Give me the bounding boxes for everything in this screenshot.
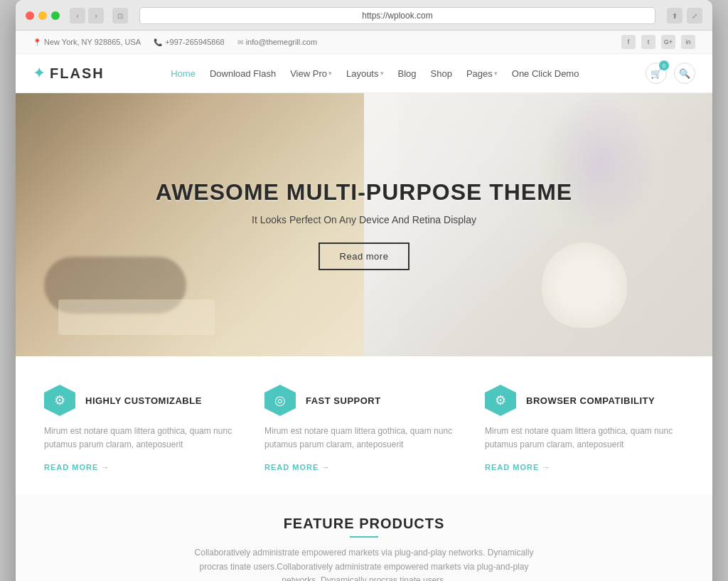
logo-text: FLASH bbox=[50, 65, 105, 82]
products-desc: Collaboratively administrate empowered m… bbox=[186, 546, 542, 581]
products-section: FEATURE PRODUCTS Collaboratively adminis… bbox=[16, 494, 712, 581]
twitter-icon[interactable]: t bbox=[641, 35, 655, 49]
feature-icon-3: ⚙ bbox=[485, 385, 516, 416]
site-logo[interactable]: ✦ FLASH bbox=[33, 64, 105, 82]
hero-content: AWESOME MULTI-PURPOSE THEME It Looks Per… bbox=[141, 165, 587, 284]
feature-item-compatibility: ⚙ BROWSER COMPATIBILITY Mirum est notare… bbox=[485, 385, 684, 473]
chevron-down-icon: ▾ bbox=[494, 70, 498, 77]
browser-titlebar: ‹ › ⊡ https://wplook.com ⬆ ⤢ bbox=[16, 0, 712, 31]
minimize-button[interactable] bbox=[38, 11, 47, 20]
settings-icon: ⚙ bbox=[495, 393, 506, 408]
feature-icon-1: ⚙ bbox=[44, 385, 75, 416]
products-header: FEATURE PRODUCTS Collaboratively adminis… bbox=[44, 516, 684, 581]
hero-cta-button[interactable]: Read more bbox=[318, 242, 410, 270]
back-button[interactable]: ‹ bbox=[70, 8, 85, 23]
nav-link-demo[interactable]: One Click Demo bbox=[512, 68, 579, 79]
fullscreen-button[interactable]: ⤢ bbox=[687, 8, 702, 23]
feature-title-3: BROWSER COMPATIBILITY bbox=[526, 395, 655, 406]
chevron-down-icon: ▾ bbox=[328, 70, 332, 77]
features-grid: ⚙ HIGHLY CUSTOMIZABLE Mirum est notare q… bbox=[44, 385, 684, 473]
close-button[interactable] bbox=[26, 11, 34, 20]
cart-badge: 0 bbox=[659, 60, 669, 70]
social-links: f t G+ in bbox=[621, 35, 695, 49]
products-title-underline bbox=[350, 536, 378, 538]
phone-text: +997-265945868 bbox=[165, 38, 225, 46]
nav-link-download[interactable]: Download Flash bbox=[210, 68, 276, 79]
site-content: 📍 New York, NY 928865, USA 📞 +997-265945… bbox=[16, 31, 712, 581]
feature-link-3[interactable]: READ MORE → bbox=[485, 463, 550, 471]
email-icon: ✉ bbox=[237, 38, 243, 46]
linkedin-icon[interactable]: in bbox=[681, 35, 695, 49]
feature-desc-2: Mirum est notare quam littera gothica, q… bbox=[264, 425, 464, 452]
nav-link-layouts[interactable]: Layouts ▾ bbox=[346, 68, 384, 79]
googleplus-icon[interactable]: G+ bbox=[661, 35, 675, 49]
nav-link-pages[interactable]: Pages ▾ bbox=[466, 68, 498, 79]
page-view-button[interactable]: ⊡ bbox=[112, 8, 128, 23]
chevron-down-icon: ▾ bbox=[380, 70, 384, 77]
nav-link-shop[interactable]: Shop bbox=[431, 68, 452, 79]
phone-info: 📞 +997-265945868 bbox=[154, 38, 225, 46]
search-icon: 🔍 bbox=[679, 68, 690, 79]
hero-title: AWESOME MULTI-PURPOSE THEME bbox=[156, 179, 572, 206]
feature-header-1: ⚙ HIGHLY CUSTOMIZABLE bbox=[44, 385, 243, 416]
cart-button[interactable]: 🛒 0 bbox=[646, 63, 667, 84]
phone-icon: 📞 bbox=[154, 38, 162, 46]
browser-actions: ⬆ ⤢ bbox=[667, 8, 702, 23]
window-controls bbox=[26, 11, 60, 20]
feature-desc-1: Mirum est notare quam littera gothica, q… bbox=[44, 425, 243, 452]
feature-desc-3: Mirum est notare quam littera gothica, q… bbox=[485, 425, 684, 452]
products-title: FEATURE PRODUCTS bbox=[44, 516, 684, 532]
hero-subtitle: It Looks Perfect On Any Device And Retin… bbox=[156, 214, 572, 225]
logo-icon: ✦ bbox=[33, 64, 46, 82]
feature-item-support: ◎ FAST SUPPORT Mirum est notare quam lit… bbox=[264, 385, 464, 473]
email-info: ✉ info@themegrill.com bbox=[237, 38, 317, 46]
feature-link-1[interactable]: READ MORE → bbox=[44, 463, 109, 471]
feature-item-customizable: ⚙ HIGHLY CUSTOMIZABLE Mirum est notare q… bbox=[44, 385, 243, 473]
gear-icon: ⚙ bbox=[54, 393, 65, 408]
email-text: info@themegrill.com bbox=[246, 38, 317, 46]
facebook-icon[interactable]: f bbox=[621, 35, 636, 49]
location-info: 📍 New York, NY 928865, USA bbox=[33, 38, 141, 46]
maximize-button[interactable] bbox=[51, 11, 60, 20]
features-section: ⚙ HIGHLY CUSTOMIZABLE Mirum est notare q… bbox=[16, 356, 712, 494]
feature-header-2: ◎ FAST SUPPORT bbox=[264, 385, 464, 416]
top-bar-contact: 📍 New York, NY 928865, USA 📞 +997-265945… bbox=[33, 38, 317, 46]
browser-window: ‹ › ⊡ https://wplook.com ⬆ ⤢ 📍 New York,… bbox=[16, 0, 712, 581]
location-icon: 📍 bbox=[33, 38, 41, 46]
share-button[interactable]: ⬆ bbox=[667, 8, 682, 23]
nav-link-home[interactable]: Home bbox=[171, 68, 196, 79]
cart-icon: 🛒 bbox=[651, 68, 662, 79]
feature-link-2[interactable]: READ MORE → bbox=[264, 463, 330, 471]
nav-link-blog[interactable]: Blog bbox=[398, 68, 417, 79]
target-icon: ◎ bbox=[274, 393, 286, 408]
address-bar[interactable]: https://wplook.com bbox=[139, 7, 655, 24]
nav-actions: 🛒 0 🔍 bbox=[646, 63, 695, 84]
forward-button[interactable]: › bbox=[88, 8, 104, 23]
location-text: New York, NY 928865, USA bbox=[44, 38, 141, 46]
top-info-bar: 📍 New York, NY 928865, USA 📞 +997-265945… bbox=[16, 31, 712, 54]
hero-section: AWESOME MULTI-PURPOSE THEME It Looks Per… bbox=[16, 93, 712, 356]
nav-links: Home Download Flash View Pro ▾ Layouts ▾… bbox=[171, 68, 579, 79]
search-button[interactable]: 🔍 bbox=[674, 63, 695, 84]
feature-header-3: ⚙ BROWSER COMPATIBILITY bbox=[485, 385, 684, 416]
nav-link-viewpro[interactable]: View Pro ▾ bbox=[290, 68, 332, 79]
feature-title-2: FAST SUPPORT bbox=[306, 395, 381, 406]
feature-icon-2: ◎ bbox=[264, 385, 296, 416]
feature-title-1: HIGHLY CUSTOMIZABLE bbox=[85, 395, 202, 406]
hero-book-decoration bbox=[58, 299, 215, 335]
nav-buttons: ‹ › bbox=[70, 8, 104, 23]
nav-bar: ✦ FLASH Home Download Flash View Pro ▾ L… bbox=[16, 54, 712, 93]
